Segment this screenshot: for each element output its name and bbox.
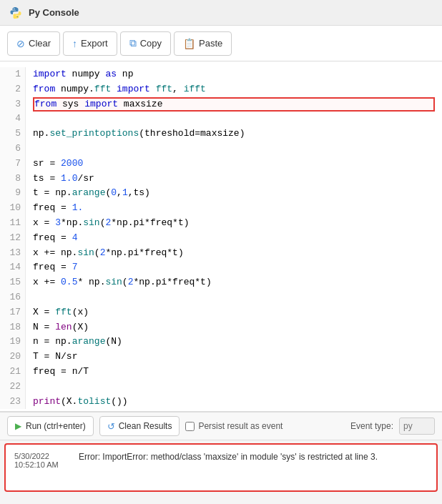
code-line-6 <box>33 142 435 157</box>
paste-label: Paste <box>199 38 222 49</box>
code-line-19: n = np.arange(N) <box>33 335 435 350</box>
run-button[interactable]: ▶ Run (ctrl+enter) <box>7 416 94 436</box>
clear-button[interactable]: ⊘ Clear <box>7 31 60 56</box>
export-button[interactable]: ↑ Export <box>63 31 117 56</box>
code-line-7: sr = 2000 <box>33 157 435 172</box>
code-line-8: ts = 1.0/sr <box>33 172 435 187</box>
line-numbers: 12345 678910 1112131415 1617181920 21222… <box>0 67 26 409</box>
code-line-14: freq = 7 <box>33 260 435 275</box>
code-line-22 <box>33 380 435 395</box>
code-line-16 <box>33 290 435 305</box>
run-label: Run (ctrl+enter) <box>26 421 86 431</box>
code-line-4 <box>33 112 435 127</box>
code-line-5: np.set_printoptions(threshold=maxsize) <box>33 127 435 142</box>
persist-text: Persist result as event <box>198 421 283 431</box>
event-type-label: Event type: <box>350 421 393 431</box>
error-timestamp: 5/30/202210:52:10 AM <box>14 452 72 469</box>
copy-label: Copy <box>140 38 162 49</box>
code-line-12: freq = 4 <box>33 231 435 246</box>
copy-icon: ⧉ <box>129 37 137 49</box>
clean-results-button[interactable]: ↺ Clean Results <box>99 416 180 436</box>
code-line-11: x = 3*np.sin(2*np.pi*freq*t) <box>33 216 435 231</box>
error-panel: 5/30/202210:52:10 AM Error: ImportError:… <box>4 443 438 492</box>
code-line-18: N = len(X) <box>33 320 435 335</box>
persist-label[interactable]: Persist result as event <box>185 421 283 431</box>
code-line-3: from sys import maxsize <box>33 97 435 112</box>
code-area: 12345 678910 1112131415 1617181920 21222… <box>0 61 442 412</box>
code-line-15: x += 0.5* np.sin(2*np.pi*freq*t) <box>33 275 435 290</box>
toolbar: ⊘ Clear ↑ Export ⧉ Copy 📋 Paste <box>0 26 442 61</box>
svg-point-0 <box>14 8 15 9</box>
export-label: Export <box>81 38 108 49</box>
code-line-13: x += np.sin(2*np.pi*freq*t) <box>33 246 435 261</box>
code-line-20: T = N/sr <box>33 350 435 365</box>
event-type-input[interactable] <box>399 417 435 435</box>
code-line-2: from numpy.fft import fft, ifft <box>33 82 435 97</box>
code-line-23: print(X.tolist()) <box>33 395 435 410</box>
bottom-bar: ▶ Run (ctrl+enter) ↺ Clean Results Persi… <box>0 412 442 440</box>
svg-point-1 <box>17 16 19 17</box>
copy-button[interactable]: ⧉ Copy <box>120 31 171 56</box>
title-bar: Py Console <box>0 0 442 26</box>
code-line-17: X = fft(x) <box>33 305 435 320</box>
clear-label: Clear <box>29 38 51 49</box>
persist-checkbox[interactable] <box>185 422 195 431</box>
export-icon: ↑ <box>72 38 77 49</box>
code-line-10: freq = 1. <box>33 201 435 216</box>
code-line-1: import numpy as np <box>33 67 435 82</box>
code-lines[interactable]: import numpy as np from numpy.fft import… <box>26 67 442 409</box>
clean-label: Clean Results <box>119 421 172 431</box>
clear-icon: ⊘ <box>16 38 25 49</box>
error-message: Error: ImportError: method/class 'maxsiz… <box>79 452 378 462</box>
python-icon <box>9 6 23 20</box>
title-bar-text: Py Console <box>29 7 79 18</box>
code-line-21: freq = n/T <box>33 365 435 380</box>
paste-button[interactable]: 📋 Paste <box>174 31 232 56</box>
code-line-9: t = np.arange(0,1,ts) <box>33 186 435 201</box>
clean-icon: ↺ <box>107 421 115 432</box>
error-text: Error: ImportError: method/class 'maxsiz… <box>79 452 378 462</box>
paste-icon: 📋 <box>183 38 195 49</box>
play-icon: ▶ <box>15 421 21 431</box>
